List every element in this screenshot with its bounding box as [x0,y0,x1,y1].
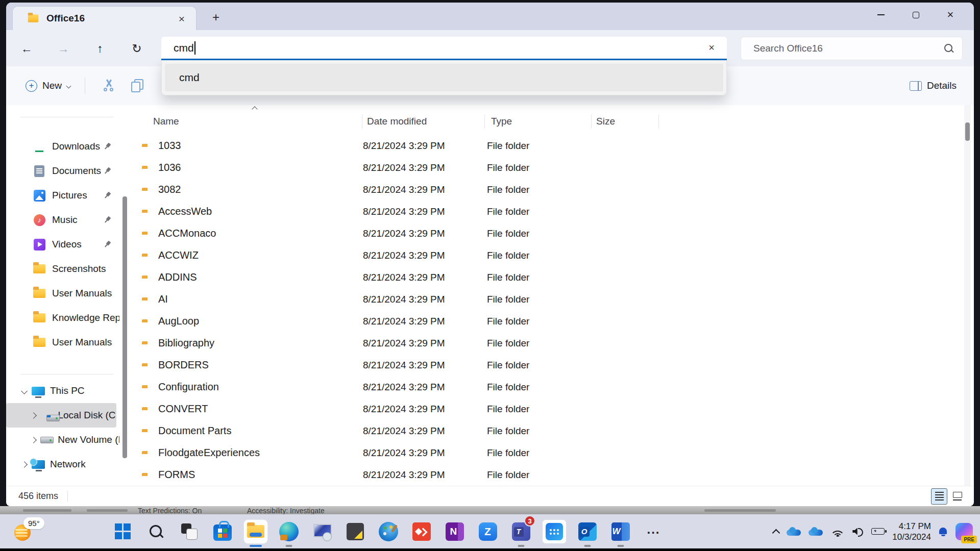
text-predictions-status: Text Predictions: On [138,507,202,514]
file-row[interactable]: Bibliography 8/21/2024 3:29 PM File fold… [122,332,966,354]
battery-icon[interactable] [871,528,885,535]
search-input[interactable]: Search Office16 [741,37,963,60]
column-header-date-modified[interactable]: Date modified [367,113,427,130]
sidebar-item-new-volume-d[interactable]: New Volume (D [6,428,119,452]
folder-icon [28,14,38,22]
copy-button[interactable] [126,76,149,96]
search-button[interactable] [139,514,173,548]
sidebar-item[interactable]: Screenshots [6,257,119,281]
notification-bell-icon[interactable] [939,527,948,537]
copilot-icon[interactable]: PRE [955,523,973,540]
sidebar-item-network[interactable]: Network [6,452,119,477]
column-divider[interactable] [591,114,592,129]
column-header-size[interactable]: Size [596,113,615,130]
sidebar-item[interactable]: Downloads [6,134,119,159]
word-icon: W [611,522,630,541]
address-bar-input[interactable]: cmd × [161,37,727,60]
red-arrows-app-button[interactable] [405,514,438,548]
file-row[interactable]: ADDINS 8/21/2024 3:29 PM File folder [122,266,966,288]
sidebar-item[interactable]: Knowledge Repo [6,306,119,330]
maximize-button[interactable] [898,3,933,27]
column-divider[interactable] [362,114,362,129]
file-row[interactable]: Configuration 8/21/2024 3:29 PM File fol… [122,376,966,398]
file-row[interactable]: CONVERT 8/21/2024 3:29 PM File folder [122,398,966,420]
wifi-icon[interactable] [830,527,845,537]
chevron-down-icon[interactable] [21,388,28,394]
chevron-right-icon[interactable] [31,412,37,419]
file-row[interactable]: 3082 8/21/2024 3:29 PM File folder [122,179,966,201]
weather-widget[interactable]: 95° [12,516,48,546]
explorer-tab-office16[interactable]: Office16 × [12,6,197,30]
start-button[interactable] [106,514,139,548]
file-row[interactable]: ACCWIZ 8/21/2024 3:29 PM File folder [122,244,966,266]
zoom-app-button[interactable]: Z [471,514,504,548]
onenote-button[interactable]: N [438,514,471,548]
file-row[interactable]: FORMS 8/21/2024 3:29 PM File folder [122,464,966,486]
file-row[interactable]: BORDERS 8/21/2024 3:29 PM File folder [122,354,966,376]
sidebar-item[interactable]: Videos [6,232,119,257]
file-row[interactable]: ACCMonaco 8/21/2024 3:29 PM File folder [122,222,966,244]
column-header-name[interactable]: Name [153,113,179,130]
clock-time: 4:17 PM [892,521,931,532]
column-divider[interactable] [484,114,485,129]
details-button[interactable]: Details [910,80,957,91]
volume-icon[interactable] [852,527,864,536]
store-button[interactable] [206,514,239,548]
sidebar-item[interactable]: User Manuals [6,330,119,355]
windows-app-button[interactable] [537,514,571,548]
sidebar-item-this-pc[interactable]: This PC [6,379,119,403]
chevron-right-icon[interactable] [31,437,37,443]
large-icons-view-button[interactable] [949,488,966,505]
edge-button[interactable] [272,514,305,548]
teams-button[interactable]: 3 T [504,514,537,548]
onedrive-business-icon[interactable] [808,527,823,536]
up-button[interactable]: ↑ [90,39,110,58]
running-indicator [285,545,292,547]
sidebar-item[interactable]: Documents [6,159,119,183]
file-list: 1033 8/21/2024 3:29 PM File folder 1036 … [122,135,966,486]
running-indicator [518,545,524,547]
sidebar-item-local-disk-c[interactable]: Local Disk (C:) [6,403,116,428]
file-scrollbar-track[interactable] [964,105,971,486]
new-button[interactable]: + New [20,76,76,96]
paint-button[interactable] [372,514,405,548]
file-scrollbar-thumb[interactable] [965,122,970,141]
new-tab-button[interactable]: + [206,9,226,26]
file-row[interactable]: FloodgateExperiences 8/21/2024 3:29 PM F… [122,442,966,464]
outlook-button[interactable]: O [571,514,604,548]
sidebar-item[interactable]: Pictures [6,183,119,208]
file-row[interactable]: AI 8/21/2024 3:29 PM File folder [122,288,966,310]
column-divider[interactable] [658,114,659,129]
sidebar-item[interactable]: User Manuals [6,281,119,306]
suggestion-item-cmd[interactable]: cmd [165,64,723,91]
cut-button[interactable] [97,76,120,96]
task-view-button[interactable] [173,514,206,548]
forward-button[interactable]: → [53,39,74,58]
file-row[interactable]: Document Parts 8/21/2024 3:29 PM File fo… [122,420,966,442]
taskbar-overflow-button[interactable]: ... [637,514,670,548]
column-header-type[interactable]: Type [491,113,512,130]
remote-desktop-button[interactable] [305,514,338,548]
word-button[interactable]: W [604,514,637,548]
details-pane-icon [910,81,922,91]
file-row[interactable]: AugLoop 8/21/2024 3:29 PM File folder [122,310,966,332]
clear-address-icon[interactable]: × [703,41,720,55]
onedrive-icon[interactable] [787,527,801,536]
sidebar-item[interactable]: Music [6,208,119,232]
sticky-notes-button[interactable] [338,514,372,548]
file-row[interactable]: AccessWeb 8/21/2024 3:29 PM File folder [122,201,966,222]
tray-chevron-up-icon[interactable] [772,529,780,537]
tab-close-icon[interactable]: × [175,13,189,24]
refresh-button[interactable]: ↻ [127,39,147,58]
file-row[interactable]: 1033 8/21/2024 3:29 PM File folder [122,135,966,157]
search-icon[interactable] [944,43,954,54]
file-explorer-button[interactable] [239,514,272,548]
status-bar: 456 items [6,486,974,506]
back-button[interactable]: ← [16,39,37,58]
clock[interactable]: 4:17 PM 10/3/2024 [892,521,931,542]
chevron-right-icon[interactable] [21,461,28,468]
file-row[interactable]: 1036 8/21/2024 3:29 PM File folder [122,157,966,179]
details-view-button[interactable] [931,488,947,505]
close-button[interactable]: × [933,3,968,27]
minimize-button[interactable] [864,3,898,27]
